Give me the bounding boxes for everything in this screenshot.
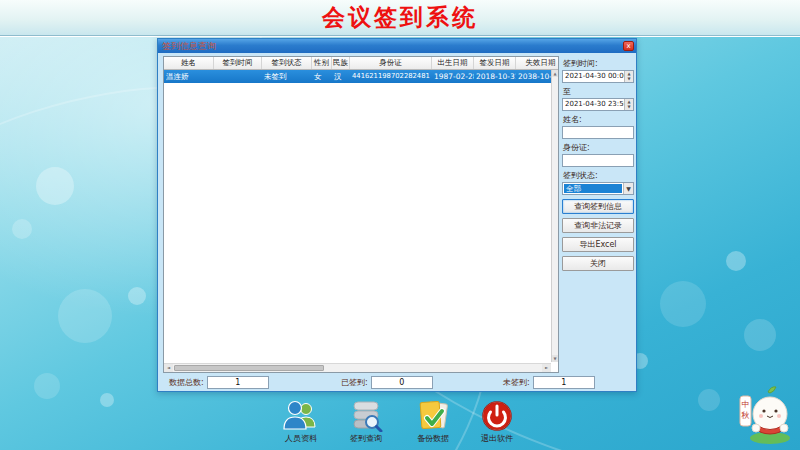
col-header-name[interactable]: 姓名 [164, 57, 214, 69]
col-header-expiry-date[interactable]: 失效日期 [516, 57, 559, 69]
people-icon [283, 400, 319, 432]
query-signin-button[interactable]: 查询签到信息 [562, 199, 634, 214]
table-row[interactable]: 温连娇 未签到 女 汉 441621198702282481 1987-02-2… [164, 70, 559, 83]
export-excel-button[interactable]: 导出Excel [562, 237, 634, 252]
name-label: 姓名: [563, 114, 636, 125]
page-title: 会议签到系统 [0, 0, 800, 34]
exit-software-button[interactable]: 退出软件 [465, 400, 529, 444]
col-header-ethnicity[interactable]: 民族 [332, 57, 350, 69]
signin-table[interactable]: 姓名 签到时间 签到状态 性别 民族 身份证 出生日期 签发日期 失效日期 温连… [163, 56, 559, 373]
signin-query-label: 签到查询 [334, 433, 398, 444]
launcher-toolbar: 人员资料 签到查询 备份数据 [0, 400, 800, 448]
exit-software-label: 退出软件 [465, 433, 529, 444]
filter-panel: 签到时间: 2021-04-30 00:00:00 ▲▼ 至 2021-04-3… [562, 55, 636, 389]
database-search-icon [348, 400, 384, 432]
cell-gender: 女 [312, 70, 332, 83]
signin-query-dialog: 签到信息查询 x 姓名 签到时间 签到状态 性别 民族 身份证 出生日期 签发日… [157, 38, 637, 392]
signed-count-value: 0 [371, 376, 433, 389]
total-count-label: 数据总数: [169, 377, 204, 388]
total-count-value: 1 [207, 376, 269, 389]
signin-query-button[interactable]: 签到查询 [334, 400, 398, 444]
svg-text:秋: 秋 [741, 411, 750, 420]
col-header-signin-status[interactable]: 签到状态 [262, 57, 312, 69]
personnel-data-button[interactable]: 人员资料 [269, 400, 333, 444]
dialog-titlebar[interactable]: 签到信息查询 x [158, 39, 636, 53]
query-illegal-records-button[interactable]: 查询非法记录 [562, 218, 634, 233]
id-card-label: 身份证: [563, 142, 636, 153]
status-selected-value: 全部 [564, 184, 622, 193]
cell-name: 温连娇 [164, 70, 214, 83]
col-header-birth-date[interactable]: 出生日期 [432, 57, 474, 69]
table-header-row: 姓名 签到时间 签到状态 性别 民族 身份证 出生日期 签发日期 失效日期 [164, 57, 559, 70]
name-input[interactable] [562, 126, 634, 139]
cell-signin-status: 未签到 [262, 70, 312, 83]
stats-bar: 数据总数: 1 已签到: 0 未签到: 1 [163, 376, 633, 392]
signed-count-label: 已签到: [341, 377, 368, 388]
spinner-arrows-icon[interactable]: ▲▼ [624, 99, 633, 110]
col-header-issue-date[interactable]: 签发日期 [474, 57, 516, 69]
dialog-title: 签到信息查询 [162, 39, 623, 53]
mascot-sticker: 中 秋 [734, 384, 796, 448]
time-from-picker[interactable]: 2021-04-30 00:00:00 ▲▼ [562, 70, 634, 83]
backup-data-label: 备份数据 [401, 433, 465, 444]
col-header-gender[interactable]: 性别 [312, 57, 332, 69]
scrollbar-thumb[interactable] [174, 365, 324, 371]
power-icon [479, 400, 515, 432]
app-banner: 会议签到系统 [0, 0, 800, 36]
cell-ethnicity: 汉 [332, 70, 350, 83]
scroll-right-icon[interactable]: ► [542, 364, 551, 372]
scroll-left-icon[interactable]: ◄ [164, 364, 173, 372]
unsigned-count-value: 1 [533, 376, 595, 389]
id-card-input[interactable] [562, 154, 634, 167]
close-icon[interactable]: x [623, 41, 634, 51]
chevron-down-icon[interactable]: ▼ [623, 183, 633, 194]
vertical-scrollbar[interactable]: ▲ ▼ [551, 70, 558, 362]
unsigned-count-label: 未签到: [503, 377, 530, 388]
signin-time-label: 签到时间: [563, 58, 636, 69]
scroll-down-icon[interactable]: ▼ [552, 355, 558, 362]
mascot-banner-text: 中 [742, 400, 750, 409]
cell-birth-date: 1987-02-28 [432, 70, 474, 83]
scroll-up-icon[interactable]: ▲ [552, 70, 558, 77]
horizontal-scrollbar[interactable]: ◄ ► [164, 363, 551, 372]
cell-signin-time [214, 70, 262, 83]
backup-check-icon [415, 400, 451, 432]
spinner-arrows-icon[interactable]: ▲▼ [624, 71, 633, 82]
status-label: 签到状态: [563, 170, 636, 181]
cell-id-card: 441621198702282481 [350, 70, 432, 83]
col-header-signin-time[interactable]: 签到时间 [214, 57, 262, 69]
status-select[interactable]: 全部 ▼ [562, 182, 634, 195]
personnel-data-label: 人员资料 [269, 433, 333, 444]
col-header-id-card[interactable]: 身份证 [350, 57, 432, 69]
to-label: 至 [563, 86, 636, 97]
backup-data-button[interactable]: 备份数据 [401, 400, 465, 444]
cell-issue-date: 2018-10-31 [474, 70, 516, 83]
close-button[interactable]: 关闭 [562, 256, 634, 271]
time-to-picker[interactable]: 2021-04-30 23:59:59 ▲▼ [562, 98, 634, 111]
